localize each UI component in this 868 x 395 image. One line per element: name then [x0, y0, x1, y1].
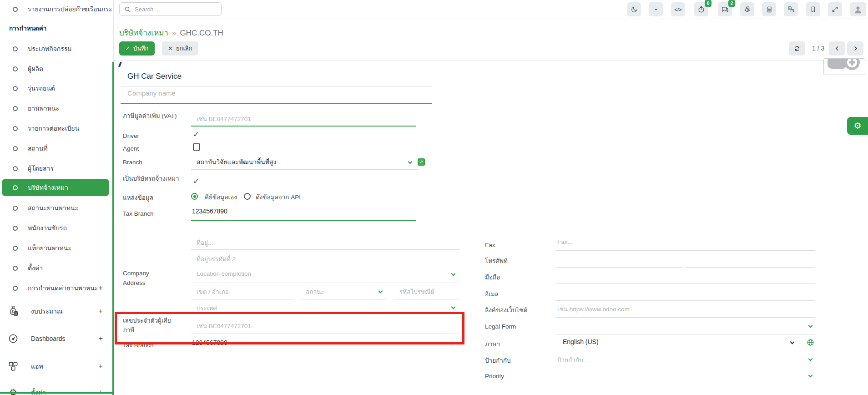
sidebar-item-drivers[interactable]: พนักงานขับรถ — [0, 219, 114, 237]
bullet-icon — [13, 226, 18, 231]
annotation-highlight-box — [115, 312, 464, 344]
location-chevron-down-icon[interactable] — [451, 272, 456, 276]
branch-label: Branch — [123, 157, 142, 167]
sidebar-item-settings[interactable]: ตั้งค่า — [0, 259, 114, 277]
dark-mode-button[interactable] — [627, 2, 641, 16]
translate-button[interactable]: Aก — [784, 2, 798, 16]
bullet-icon — [13, 206, 18, 211]
svg-text:ก: ก — [792, 10, 793, 12]
priority-chevron-down-icon[interactable] — [808, 373, 813, 378]
radio-manual-entry[interactable] — [191, 193, 198, 200]
state-input[interactable]: สถานะ — [306, 287, 324, 297]
tags-input[interactable]: ป้ายกำกับ... — [557, 355, 588, 365]
breadcrumb-parent[interactable]: บริษัทจ้างเหมา — [119, 29, 168, 37]
plus-icon[interactable]: + — [99, 334, 103, 343]
bullet-icon — [13, 166, 18, 171]
debug-button[interactable] — [740, 2, 754, 16]
sidebar-item-activity-type[interactable]: ประเภทกิจกรรม — [0, 40, 114, 57]
text-cursor-artifact — [118, 62, 122, 67]
sidebar-item-vehicle-status[interactable]: สถานะยานพาหนะ — [0, 199, 114, 217]
street2-input[interactable]: ที่อยู่บรรทัดที่ 2 — [197, 254, 236, 264]
sidebar-item-contractor-company[interactable]: บริษัทจ้างเหมา — [2, 179, 109, 196]
next-record-button[interactable] — [847, 41, 863, 56]
sidebar-item-registration[interactable]: รายการต่อทะเบียน — [0, 120, 114, 137]
bookmark-icon — [810, 6, 817, 13]
language-underline — [556, 352, 802, 352]
mobile-underline — [556, 284, 815, 284]
radio-api-fetch[interactable] — [244, 193, 251, 200]
state-chevron-down-icon[interactable] — [378, 289, 383, 294]
calculator-button[interactable] — [762, 2, 776, 16]
radio-api-fetch-label[interactable]: ดึงข้อมูลจาก API — [256, 192, 301, 202]
user-avatar[interactable] — [850, 2, 866, 16]
sidebar-item-budget[interactable]: $ งบประมาณ + — [0, 301, 114, 321]
bookmark-button[interactable] — [806, 2, 820, 16]
sidebar-item-vehicle-tags[interactable]: แท็กยานพาหนะ — [0, 239, 114, 257]
search-input[interactable]: Search ... — [119, 2, 222, 16]
topbar: Search ... </> 0 2 Aก — [114, 0, 868, 19]
location-completion-input[interactable]: Location completion — [197, 270, 251, 277]
previous-record-button[interactable] — [829, 41, 845, 56]
globe-icon[interactable] — [807, 339, 814, 346]
sidebar-item-emission-report[interactable]: รายงานการปล่อยก๊าซเรือนกระ — [0, 0, 114, 18]
sidebar-item-passengers[interactable]: ผู้โดยสาร — [0, 160, 114, 177]
sidebar: รายงานการปล่อยก๊าซเรือนกระ การกำหนดค่า ป… — [0, 0, 114, 395]
tags-chevron-down-icon[interactable] — [808, 357, 813, 361]
fax-input[interactable]: Fax... — [557, 238, 573, 245]
bullet-icon — [13, 146, 18, 151]
vat-input[interactable]: เช่น BE0477472701 — [197, 114, 251, 124]
sidebar-item-vehicle-model[interactable]: รุ่นรถยนต์ — [0, 80, 114, 97]
budget-icon: $ — [5, 304, 21, 319]
sidebar-item-vehicle-configuration[interactable]: การกำหนดค่ายานพาหนะ+ — [0, 279, 114, 297]
refresh-button[interactable] — [789, 41, 805, 56]
translate-icon: Aก — [787, 5, 795, 13]
plus-icon[interactable]: + — [99, 284, 103, 292]
country-chevron-down-icon[interactable] — [451, 305, 456, 309]
sidebar-item-locations[interactable]: สถานที่ — [0, 140, 114, 157]
timer-button[interactable]: 0 — [694, 2, 708, 16]
sidebar-scrollbar[interactable] — [112, 62, 114, 395]
studio-settings-button[interactable]: ⚙ — [847, 117, 868, 135]
timer-badge: 0 — [705, 0, 712, 7]
branch-chevron-down-icon[interactable] — [408, 160, 413, 164]
gear-icon: ⚙ — [853, 121, 861, 131]
fullscreen-button[interactable] — [828, 2, 842, 16]
sidebar-item-dashboards[interactable]: Dashboards + — [0, 329, 114, 349]
bullet-icon — [13, 126, 18, 131]
zip-input[interactable]: รหัสไปรษณีย์ — [399, 287, 434, 297]
chevron-right-icon — [853, 46, 858, 51]
developer-tools-button[interactable]: </> — [671, 2, 685, 16]
legal-form-chevron-down-icon[interactable] — [808, 324, 813, 328]
check-icon: ✓ — [125, 45, 130, 52]
dropdown-caret-button[interactable] — [649, 2, 663, 16]
language-value[interactable]: English (US) — [563, 338, 599, 345]
branch-internal-link-icon[interactable]: ↗ — [418, 158, 425, 166]
chevron-down-icon — [653, 7, 659, 12]
contractor-checkbox-checked[interactable]: ✓ — [193, 177, 199, 186]
company-name-input[interactable]: Company name — [127, 89, 176, 97]
plus-icon[interactable]: + — [99, 362, 103, 370]
sidebar-item-apps[interactable]: แอพ + — [0, 356, 114, 376]
plus-icon[interactable]: + — [99, 307, 103, 315]
contractor-label: เป็นบริษัทรถจ้างเหมา — [123, 174, 182, 183]
district-input[interactable]: เขต / อำเภอ — [197, 287, 229, 297]
driver-checkbox-checked[interactable]: ✓ — [193, 130, 199, 139]
tax-branch-value[interactable]: 1234567890 — [192, 208, 227, 215]
street-input[interactable]: ที่อยู่... — [197, 238, 213, 248]
agent-checkbox[interactable] — [193, 143, 200, 151]
website-input[interactable]: เช่น https://www.odoo.com — [557, 304, 630, 314]
sidebar-item-manufacturer[interactable]: ผู้ผลิต — [0, 60, 114, 77]
cancel-button[interactable]: ✕ ยกเลิก — [162, 41, 198, 56]
breadcrumb-current: GHC.CO.TH — [180, 29, 223, 37]
bullet-icon — [13, 7, 18, 12]
bug-icon — [743, 5, 751, 13]
messages-button[interactable]: 2 — [718, 2, 732, 16]
language-chevron-down-icon[interactable] — [790, 340, 795, 344]
company-image-upload[interactable] — [823, 58, 865, 75]
company-name-value[interactable]: GH Car Service — [127, 72, 182, 81]
branch-value[interactable]: สถาบันวิจัยและพัฒนาพื้นที่สูง — [197, 157, 276, 167]
sidebar-item-vehicles[interactable]: ยานพาหนะ — [0, 100, 114, 117]
radio-manual-entry-label[interactable]: คีย์ข้อมูลเอง — [205, 192, 237, 202]
save-button[interactable]: ✓ บันทึก — [119, 41, 155, 56]
svg-text:$: $ — [11, 309, 14, 314]
